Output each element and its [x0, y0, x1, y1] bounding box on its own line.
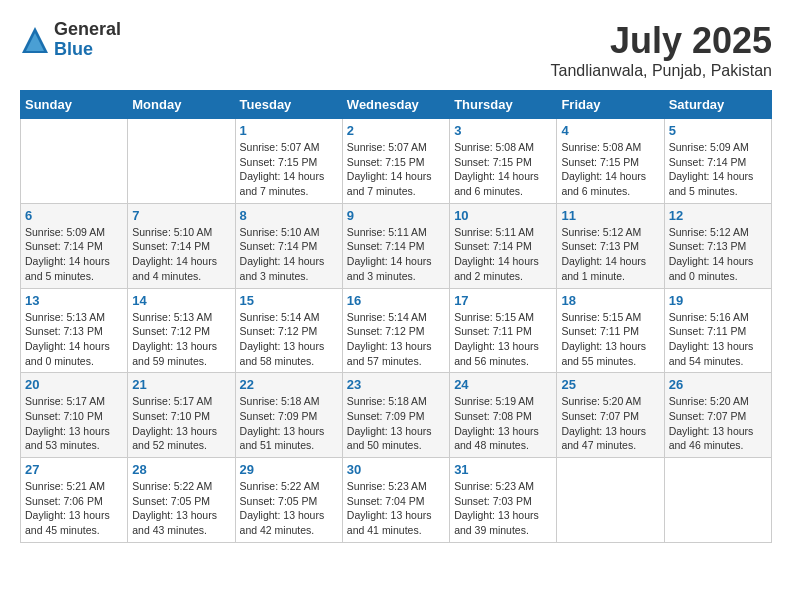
weekday-header-sunday: Sunday: [21, 91, 128, 119]
calendar-cell: 18Sunrise: 5:15 AM Sunset: 7:11 PM Dayli…: [557, 288, 664, 373]
day-info: Sunrise: 5:08 AM Sunset: 7:15 PM Dayligh…: [561, 140, 659, 199]
calendar-cell: 17Sunrise: 5:15 AM Sunset: 7:11 PM Dayli…: [450, 288, 557, 373]
calendar-cell: 21Sunrise: 5:17 AM Sunset: 7:10 PM Dayli…: [128, 373, 235, 458]
calendar-cell: 10Sunrise: 5:11 AM Sunset: 7:14 PM Dayli…: [450, 203, 557, 288]
day-info: Sunrise: 5:22 AM Sunset: 7:05 PM Dayligh…: [240, 479, 338, 538]
weekday-header-thursday: Thursday: [450, 91, 557, 119]
calendar-cell: 6Sunrise: 5:09 AM Sunset: 7:14 PM Daylig…: [21, 203, 128, 288]
logo: General Blue: [20, 20, 121, 60]
day-number: 12: [669, 208, 767, 223]
logo-icon: [20, 25, 50, 55]
day-info: Sunrise: 5:15 AM Sunset: 7:11 PM Dayligh…: [454, 310, 552, 369]
location-title: Tandlianwala, Punjab, Pakistan: [551, 62, 772, 80]
day-info: Sunrise: 5:10 AM Sunset: 7:14 PM Dayligh…: [240, 225, 338, 284]
day-number: 13: [25, 293, 123, 308]
day-info: Sunrise: 5:07 AM Sunset: 7:15 PM Dayligh…: [347, 140, 445, 199]
calendar-week-3: 13Sunrise: 5:13 AM Sunset: 7:13 PM Dayli…: [21, 288, 772, 373]
calendar-cell: 12Sunrise: 5:12 AM Sunset: 7:13 PM Dayli…: [664, 203, 771, 288]
calendar-cell: 31Sunrise: 5:23 AM Sunset: 7:03 PM Dayli…: [450, 458, 557, 543]
calendar-week-2: 6Sunrise: 5:09 AM Sunset: 7:14 PM Daylig…: [21, 203, 772, 288]
day-number: 19: [669, 293, 767, 308]
calendar-cell: 24Sunrise: 5:19 AM Sunset: 7:08 PM Dayli…: [450, 373, 557, 458]
page-header: General Blue July 2025 Tandlianwala, Pun…: [20, 20, 772, 80]
calendar-cell: [128, 119, 235, 204]
calendar-cell: [557, 458, 664, 543]
calendar-cell: 4Sunrise: 5:08 AM Sunset: 7:15 PM Daylig…: [557, 119, 664, 204]
calendar-week-5: 27Sunrise: 5:21 AM Sunset: 7:06 PM Dayli…: [21, 458, 772, 543]
title-area: July 2025 Tandlianwala, Punjab, Pakistan: [551, 20, 772, 80]
day-info: Sunrise: 5:13 AM Sunset: 7:12 PM Dayligh…: [132, 310, 230, 369]
day-info: Sunrise: 5:17 AM Sunset: 7:10 PM Dayligh…: [132, 394, 230, 453]
day-number: 15: [240, 293, 338, 308]
calendar-cell: 25Sunrise: 5:20 AM Sunset: 7:07 PM Dayli…: [557, 373, 664, 458]
calendar-table: SundayMondayTuesdayWednesdayThursdayFrid…: [20, 90, 772, 543]
calendar-cell: 28Sunrise: 5:22 AM Sunset: 7:05 PM Dayli…: [128, 458, 235, 543]
calendar-cell: 30Sunrise: 5:23 AM Sunset: 7:04 PM Dayli…: [342, 458, 449, 543]
day-number: 4: [561, 123, 659, 138]
weekday-header-wednesday: Wednesday: [342, 91, 449, 119]
weekday-header-saturday: Saturday: [664, 91, 771, 119]
calendar-cell: 15Sunrise: 5:14 AM Sunset: 7:12 PM Dayli…: [235, 288, 342, 373]
day-number: 5: [669, 123, 767, 138]
day-number: 26: [669, 377, 767, 392]
day-info: Sunrise: 5:20 AM Sunset: 7:07 PM Dayligh…: [669, 394, 767, 453]
day-info: Sunrise: 5:19 AM Sunset: 7:08 PM Dayligh…: [454, 394, 552, 453]
calendar-cell: 13Sunrise: 5:13 AM Sunset: 7:13 PM Dayli…: [21, 288, 128, 373]
calendar-cell: 16Sunrise: 5:14 AM Sunset: 7:12 PM Dayli…: [342, 288, 449, 373]
day-number: 2: [347, 123, 445, 138]
calendar-cell: 19Sunrise: 5:16 AM Sunset: 7:11 PM Dayli…: [664, 288, 771, 373]
day-info: Sunrise: 5:17 AM Sunset: 7:10 PM Dayligh…: [25, 394, 123, 453]
day-info: Sunrise: 5:12 AM Sunset: 7:13 PM Dayligh…: [669, 225, 767, 284]
logo-text: General Blue: [54, 20, 121, 60]
calendar-cell: 9Sunrise: 5:11 AM Sunset: 7:14 PM Daylig…: [342, 203, 449, 288]
day-number: 10: [454, 208, 552, 223]
calendar-week-1: 1Sunrise: 5:07 AM Sunset: 7:15 PM Daylig…: [21, 119, 772, 204]
day-info: Sunrise: 5:13 AM Sunset: 7:13 PM Dayligh…: [25, 310, 123, 369]
day-number: 1: [240, 123, 338, 138]
calendar-cell: 1Sunrise: 5:07 AM Sunset: 7:15 PM Daylig…: [235, 119, 342, 204]
day-info: Sunrise: 5:09 AM Sunset: 7:14 PM Dayligh…: [25, 225, 123, 284]
day-info: Sunrise: 5:21 AM Sunset: 7:06 PM Dayligh…: [25, 479, 123, 538]
calendar-cell: 22Sunrise: 5:18 AM Sunset: 7:09 PM Dayli…: [235, 373, 342, 458]
day-number: 18: [561, 293, 659, 308]
calendar-cell: [664, 458, 771, 543]
day-number: 17: [454, 293, 552, 308]
day-number: 16: [347, 293, 445, 308]
day-number: 23: [347, 377, 445, 392]
weekday-header-row: SundayMondayTuesdayWednesdayThursdayFrid…: [21, 91, 772, 119]
calendar-cell: [21, 119, 128, 204]
weekday-header-monday: Monday: [128, 91, 235, 119]
day-info: Sunrise: 5:11 AM Sunset: 7:14 PM Dayligh…: [454, 225, 552, 284]
day-info: Sunrise: 5:23 AM Sunset: 7:04 PM Dayligh…: [347, 479, 445, 538]
day-number: 21: [132, 377, 230, 392]
day-number: 20: [25, 377, 123, 392]
calendar-cell: 7Sunrise: 5:10 AM Sunset: 7:14 PM Daylig…: [128, 203, 235, 288]
month-title: July 2025: [551, 20, 772, 62]
logo-general: General: [54, 20, 121, 40]
calendar-cell: 14Sunrise: 5:13 AM Sunset: 7:12 PM Dayli…: [128, 288, 235, 373]
day-info: Sunrise: 5:12 AM Sunset: 7:13 PM Dayligh…: [561, 225, 659, 284]
day-info: Sunrise: 5:18 AM Sunset: 7:09 PM Dayligh…: [240, 394, 338, 453]
day-number: 27: [25, 462, 123, 477]
day-info: Sunrise: 5:15 AM Sunset: 7:11 PM Dayligh…: [561, 310, 659, 369]
day-number: 8: [240, 208, 338, 223]
day-number: 25: [561, 377, 659, 392]
calendar-cell: 23Sunrise: 5:18 AM Sunset: 7:09 PM Dayli…: [342, 373, 449, 458]
day-info: Sunrise: 5:07 AM Sunset: 7:15 PM Dayligh…: [240, 140, 338, 199]
day-number: 9: [347, 208, 445, 223]
day-info: Sunrise: 5:20 AM Sunset: 7:07 PM Dayligh…: [561, 394, 659, 453]
day-info: Sunrise: 5:23 AM Sunset: 7:03 PM Dayligh…: [454, 479, 552, 538]
day-number: 11: [561, 208, 659, 223]
day-info: Sunrise: 5:11 AM Sunset: 7:14 PM Dayligh…: [347, 225, 445, 284]
day-info: Sunrise: 5:22 AM Sunset: 7:05 PM Dayligh…: [132, 479, 230, 538]
day-info: Sunrise: 5:14 AM Sunset: 7:12 PM Dayligh…: [347, 310, 445, 369]
day-info: Sunrise: 5:18 AM Sunset: 7:09 PM Dayligh…: [347, 394, 445, 453]
day-number: 31: [454, 462, 552, 477]
day-number: 30: [347, 462, 445, 477]
calendar-cell: 29Sunrise: 5:22 AM Sunset: 7:05 PM Dayli…: [235, 458, 342, 543]
day-number: 6: [25, 208, 123, 223]
day-number: 24: [454, 377, 552, 392]
day-number: 29: [240, 462, 338, 477]
calendar-cell: 27Sunrise: 5:21 AM Sunset: 7:06 PM Dayli…: [21, 458, 128, 543]
logo-blue: Blue: [54, 40, 121, 60]
